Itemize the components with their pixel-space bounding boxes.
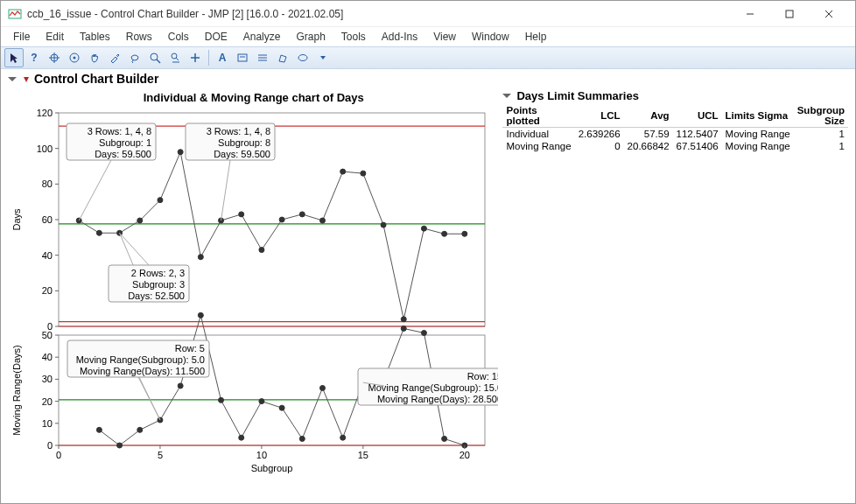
svg-text:20: 20	[460, 450, 470, 460]
help-tool-icon[interactable]: ?	[25, 48, 44, 67]
hand-tool-icon[interactable]	[85, 48, 104, 67]
scroll-tool-icon[interactable]	[65, 48, 84, 67]
svg-point-59	[421, 226, 426, 231]
svg-point-90	[340, 435, 346, 440]
svg-rect-2	[786, 10, 793, 18]
svg-text:3 Rows:  1,  4,  8: 3 Rows: 1, 4, 8	[88, 126, 151, 136]
svg-point-54	[319, 218, 325, 223]
menu-tables[interactable]: Tables	[73, 29, 117, 45]
menu-graph[interactable]: Graph	[289, 29, 332, 45]
menu-help[interactable]: Help	[518, 29, 554, 45]
svg-point-45	[137, 218, 143, 223]
svg-text:Days: Days	[11, 208, 22, 231]
table-row: Moving Range020.6684267.51406Moving Rang…	[502, 140, 848, 152]
svg-text:20: 20	[42, 285, 53, 296]
section-title: Control Chart Builder	[34, 72, 158, 86]
menu-addins[interactable]: Add-Ins	[375, 29, 424, 45]
toolbar: ? A	[1, 46, 855, 69]
svg-point-58	[401, 317, 406, 322]
text-tool-icon[interactable]: A	[213, 48, 232, 67]
svg-point-87	[279, 405, 284, 410]
svg-point-88	[299, 436, 305, 441]
svg-line-11	[157, 60, 160, 63]
rect-annotate-icon[interactable]	[233, 48, 252, 67]
menu-edit[interactable]: Edit	[39, 29, 71, 45]
menu-doe[interactable]: DOE	[198, 29, 235, 45]
svg-point-83	[198, 312, 203, 318]
window-title: ccb_16_issue - Control Chart Builder - J…	[27, 8, 730, 20]
menu-tools[interactable]: Tools	[334, 29, 373, 45]
svg-text:80: 80	[42, 178, 53, 189]
svg-point-95	[442, 436, 447, 441]
svg-text:0: 0	[56, 450, 61, 460]
menu-file[interactable]: File	[6, 29, 37, 45]
svg-point-53	[299, 212, 305, 217]
table-header: Points plotted	[502, 104, 574, 128]
pointer-tool-icon[interactable]	[4, 48, 24, 67]
close-button[interactable]	[809, 1, 848, 26]
menu-view[interactable]: View	[426, 29, 463, 45]
svg-text:Subgroup: Subgroup	[251, 463, 293, 473]
svg-point-78	[96, 427, 102, 432]
brush-tool-icon[interactable]	[105, 48, 124, 67]
svg-text:Days: 59.500: Days: 59.500	[214, 149, 270, 159]
svg-point-52	[279, 217, 284, 222]
svg-point-10	[151, 53, 158, 60]
svg-point-55	[340, 169, 346, 174]
svg-point-43	[96, 230, 102, 235]
ellipse-tool-icon[interactable]	[293, 48, 312, 67]
menu-window[interactable]: Window	[465, 29, 516, 45]
svg-point-22	[298, 55, 307, 61]
svg-rect-17	[238, 54, 247, 61]
svg-point-61	[462, 231, 467, 236]
svg-point-84	[219, 397, 224, 402]
add-marker-tool-icon[interactable]	[186, 48, 205, 67]
polygon-tool-icon[interactable]	[273, 48, 292, 67]
svg-text:Moving Range(Subgroup): 15.0: Moving Range(Subgroup): 15.0	[368, 382, 498, 393]
svg-point-47	[178, 150, 183, 155]
menu-rows[interactable]: Rows	[119, 29, 159, 45]
svg-point-9	[74, 57, 76, 60]
menu-analyze[interactable]: Analyze	[236, 29, 288, 45]
svg-text:Days: 59.500: Days: 59.500	[95, 149, 151, 159]
svg-point-48	[198, 255, 203, 260]
svg-text:Days: 52.500: Days: 52.500	[128, 290, 185, 301]
svg-point-57	[381, 222, 386, 228]
minimize-button[interactable]	[730, 1, 769, 26]
svg-point-51	[259, 248, 264, 253]
summary-table: Points plotted LCL Avg UCL Limits Sigma …	[502, 104, 848, 152]
maximize-button[interactable]	[769, 1, 809, 26]
svg-point-94	[421, 330, 426, 335]
control-chart[interactable]: 020406080100120Days0102030405005101520Su…	[8, 106, 498, 473]
disclosure-toggle-icon[interactable]	[8, 77, 17, 81]
lines-annotate-icon[interactable]	[253, 48, 272, 67]
app-window: ccb_16_issue - Control Chart Builder - J…	[0, 0, 856, 504]
table-header: Limits Sigma	[722, 104, 794, 128]
crosshair-tool-icon[interactable]	[45, 48, 64, 67]
dropdown-tool-icon[interactable]	[313, 48, 333, 67]
svg-text:Subgroup: 8: Subgroup: 8	[218, 137, 270, 148]
hotspot-menu-icon[interactable]: ▾	[22, 73, 31, 85]
svg-text:Moving Range(Days): 11.500: Moving Range(Days): 11.500	[80, 366, 205, 376]
svg-text:40: 40	[42, 352, 53, 362]
titlebar: ccb_16_issue - Control Chart Builder - J…	[1, 1, 855, 27]
svg-point-79	[117, 443, 123, 448]
svg-point-82	[178, 383, 183, 388]
menu-cols[interactable]: Cols	[161, 29, 196, 45]
svg-text:0: 0	[47, 440, 53, 451]
zoom-tool-icon[interactable]	[145, 48, 165, 67]
svg-text:Moving Range(Subgroup): 5.0: Moving Range(Subgroup): 5.0	[76, 354, 205, 365]
table-header: Subgroup Size	[794, 104, 848, 128]
svg-point-80	[137, 427, 143, 432]
svg-text:Row:  15: Row: 15	[467, 371, 498, 382]
summary-title: Days Limit Summaries	[516, 89, 638, 102]
magnify-axis-tool-icon[interactable]	[165, 48, 185, 67]
svg-text:2 Rows:  2,  3: 2 Rows: 2, 3	[131, 268, 185, 278]
svg-text:Row:  5: Row: 5	[175, 343, 205, 354]
table-header: LCL	[575, 104, 624, 128]
svg-point-85	[239, 435, 244, 440]
disclosure-toggle-icon[interactable]	[502, 94, 511, 98]
lasso-tool-icon[interactable]	[125, 48, 144, 67]
table-header: Avg	[624, 104, 673, 128]
chart-title: Individual & Moving Range chart of Days	[8, 91, 499, 104]
